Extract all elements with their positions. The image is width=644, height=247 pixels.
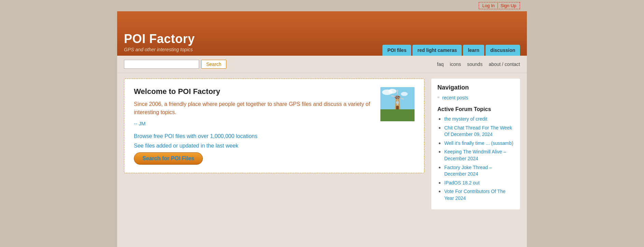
search-button[interactable]: Search — [201, 60, 226, 69]
sidebar-nav-title: Navigation — [437, 84, 514, 91]
forum-item: Factory Joke Thread – December 2024 — [444, 164, 514, 178]
forum-link-2[interactable]: Well it's finally time ... (sussamb) — [444, 140, 513, 146]
search-form: Search — [124, 60, 226, 69]
search-poi-button[interactable]: Search for POI Files — [134, 152, 203, 165]
sounds-link[interactable]: sounds — [467, 61, 482, 67]
search-bar: Search faq icons sounds about / contact — [117, 56, 527, 73]
welcome-inner: Welcome to POI Factory Since 2006, a fri… — [134, 87, 415, 126]
site-title: POI Factory — [124, 32, 195, 46]
svg-point-2 — [388, 89, 396, 94]
forum-link-0[interactable]: the mystery of credit — [444, 116, 487, 122]
header: POI Factory GPS and other interesting to… — [117, 11, 527, 56]
forum-item: Keeping The Windmill Alive – December 20… — [444, 149, 514, 162]
main-wrapper: Welcome to POI Factory Since 2006, a fri… — [117, 73, 527, 215]
welcome-links: Browse free POI files with over 1,000,00… — [134, 133, 415, 165]
welcome-text: Welcome to POI Factory Since 2006, a fri… — [134, 87, 374, 126]
forum-item: Vote For Contributors Of The Year 2024 — [444, 188, 514, 202]
login-link[interactable]: Log In — [481, 3, 498, 8]
welcome-box: Welcome to POI Factory Since 2006, a fri… — [124, 79, 424, 173]
welcome-title: Welcome to POI Factory — [134, 87, 374, 96]
forum-item: Chit Chat Thread For The Week Of Decembe… — [444, 125, 514, 138]
icons-link[interactable]: icons — [450, 61, 461, 67]
forum-link-4[interactable]: Factory Joke Thread – December 2024 — [444, 165, 492, 177]
forum-link-6[interactable]: Vote For Contributors Of The Year 2024 — [444, 189, 506, 201]
sidebar-nav-list: recent posts — [437, 95, 514, 101]
svg-rect-4 — [380, 109, 415, 121]
faq-link[interactable]: faq — [437, 61, 444, 67]
forum-link-3[interactable]: Keeping The Windmill Alive – December 20… — [444, 149, 506, 161]
about-contact-link[interactable]: about / contact — [489, 61, 520, 67]
content-area: Welcome to POI Factory Since 2006, a fri… — [124, 79, 424, 209]
windmill-image — [380, 87, 415, 121]
forum-item: IPadOS 18.2 out — [444, 180, 514, 187]
forum-item: Well it's finally time ... (sussamb) — [444, 140, 514, 147]
nav-recent-posts: recent posts — [437, 95, 514, 101]
forum-link-5[interactable]: IPadOS 18.2 out — [444, 180, 480, 186]
forum-item: the mystery of credit — [444, 116, 514, 123]
nav-poi-files[interactable]: POI files — [382, 45, 411, 56]
site-title-area: POI Factory GPS and other interesting to… — [124, 32, 195, 56]
recent-files-link[interactable]: See files added or updated in the last w… — [134, 143, 415, 149]
nav-learn[interactable]: learn — [463, 45, 484, 56]
svg-rect-17 — [396, 101, 399, 104]
site-tagline: GPS and other interesting topics — [124, 47, 195, 52]
search-input[interactable] — [124, 60, 199, 69]
recent-posts-link[interactable]: recent posts — [442, 95, 468, 100]
signup-link[interactable]: Sign Up — [498, 3, 518, 8]
svg-point-3 — [401, 92, 408, 96]
main-nav: POI files red light cameras learn discus… — [382, 45, 520, 56]
top-bar: Log In Sign Up — [117, 0, 527, 11]
sidebar-forum-title: Active Forum Topics — [437, 106, 514, 112]
nav-red-light[interactable]: red light cameras — [412, 45, 462, 56]
svg-rect-16 — [396, 106, 399, 109]
auth-links: Log In Sign Up — [479, 2, 520, 9]
sidebar: Navigation recent posts Active Forum Top… — [431, 79, 520, 209]
utility-links: faq icons sounds about / contact — [437, 61, 520, 67]
welcome-signature: -- JM — [134, 121, 374, 126]
sidebar-forum-list: the mystery of credit Chit Chat Thread F… — [437, 116, 514, 202]
nav-discussion[interactable]: discussion — [486, 45, 520, 56]
forum-link-1[interactable]: Chit Chat Thread For The Week Of Decembe… — [444, 125, 512, 137]
browse-poi-link[interactable]: Browse free POI files with over 1,000,00… — [134, 133, 415, 139]
welcome-tagline: Since 2006, a friendly place where peopl… — [134, 100, 374, 116]
sidebar-box: Navigation recent posts Active Forum Top… — [431, 79, 520, 209]
